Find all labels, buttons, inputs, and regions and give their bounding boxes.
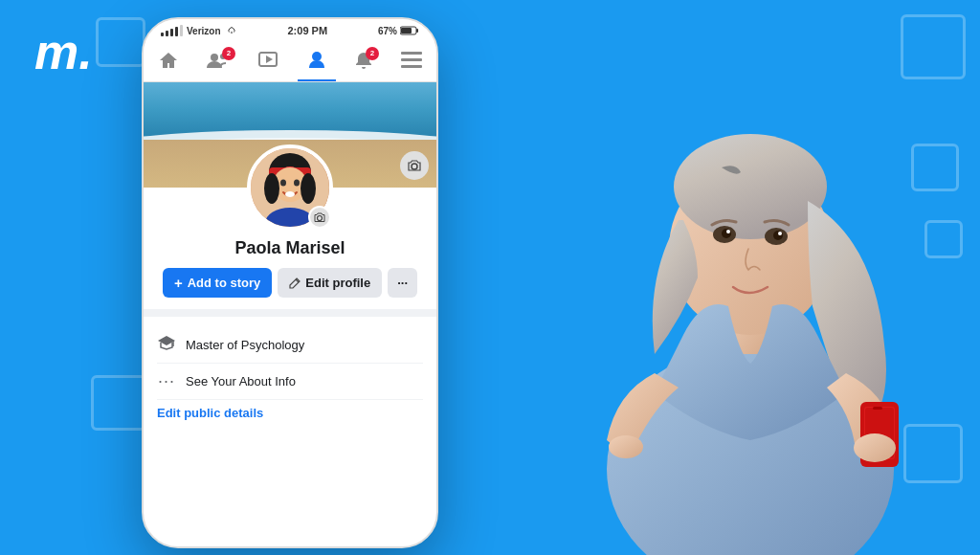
svg-point-18 (301, 173, 316, 204)
dots-icon: ··· (157, 371, 176, 391)
home-icon (158, 51, 179, 75)
add-story-button[interactable]: + Add to story (163, 268, 272, 298)
svg-marker-6 (266, 56, 273, 63)
wifi-icon (226, 26, 237, 35)
phone-mockup: Verizon 2:09 PM 67% (142, 17, 438, 548)
about-text: See Your About Info (186, 374, 296, 388)
nav-home[interactable] (148, 47, 189, 80)
edit-profile-label: Edit profile (305, 276, 370, 290)
profile-name: Paola Marisel (234, 238, 345, 258)
info-item-education: Master of Psychology (157, 326, 423, 364)
svg-rect-2 (401, 28, 412, 33)
friends-badge: 2 (222, 47, 235, 60)
status-bar: Verizon 2:09 PM 67% (144, 19, 436, 40)
nav-menu[interactable] (391, 48, 432, 79)
svg-point-3 (211, 54, 218, 61)
info-item-about[interactable]: ··· See Your About Info (157, 364, 423, 400)
nav-watch[interactable] (248, 47, 288, 80)
svg-rect-9 (401, 58, 422, 61)
svg-point-34 (726, 230, 730, 233)
svg-point-20 (294, 180, 300, 187)
battery-text: 67% (378, 26, 397, 36)
plus-icon: + (174, 275, 183, 291)
svg-point-23 (318, 216, 323, 221)
pencil-icon (289, 278, 301, 289)
notif-badge: 2 (366, 47, 379, 60)
svg-point-17 (264, 173, 279, 204)
deco-square-4 (96, 17, 145, 67)
hamburger-icon (401, 52, 422, 74)
logo: m. (34, 27, 93, 77)
add-story-label: Add to story (188, 276, 261, 290)
svg-point-7 (312, 52, 322, 61)
avatar-wrapper (247, 144, 333, 231)
education-text: Master of Psychology (186, 338, 304, 352)
more-icon: ··· (397, 276, 408, 290)
action-buttons: + Add to story Edit profile ··· (151, 268, 429, 298)
signal-icon (161, 25, 183, 36)
svg-point-33 (773, 231, 783, 240)
edit-profile-button[interactable]: Edit profile (278, 268, 382, 298)
camera-icon (408, 159, 421, 172)
woman-illustration (530, 10, 970, 555)
battery-icon (400, 26, 419, 35)
svg-point-21 (285, 191, 295, 197)
svg-rect-8 (401, 52, 422, 55)
facebook-nav: 2 2 (144, 40, 436, 82)
svg-point-32 (722, 229, 731, 238)
logo-text: m. (34, 24, 93, 79)
carrier-text: Verizon (187, 26, 221, 36)
profile-icon (307, 50, 326, 74)
nav-friends[interactable]: 2 (197, 47, 239, 80)
background: m. Verizon (0, 0, 980, 555)
time-display: 2:09 PM (287, 25, 327, 36)
svg-point-35 (778, 232, 782, 235)
edit-public-link[interactable]: Edit public details (157, 400, 423, 420)
svg-point-41 (854, 433, 896, 462)
more-button[interactable]: ··· (388, 268, 417, 298)
watch-icon (257, 51, 278, 75)
svg-rect-1 (416, 29, 418, 33)
svg-point-11 (412, 164, 417, 169)
graduation-icon (157, 334, 176, 355)
woman-photo (530, 10, 970, 555)
nav-notifications[interactable]: 2 (345, 47, 383, 80)
cap-icon (158, 334, 175, 351)
svg-point-19 (280, 180, 286, 187)
cover-camera-button[interactable] (400, 151, 429, 180)
status-right: 67% (378, 26, 419, 36)
camera-small-icon (314, 211, 325, 223)
phone-screen: Verizon 2:09 PM 67% (142, 17, 438, 548)
profile-camera-button[interactable] (308, 206, 331, 229)
nav-profile[interactable] (298, 46, 336, 81)
info-section: Master of Psychology ··· See Your About … (144, 309, 436, 420)
svg-rect-10 (401, 65, 422, 68)
svg-rect-39 (873, 407, 882, 410)
svg-point-40 (609, 435, 643, 458)
status-left: Verizon (161, 25, 237, 36)
svg-point-29 (674, 134, 827, 239)
deco-square-5 (91, 375, 146, 431)
profile-section: Paola Marisel + Add to story Edit profil… (144, 188, 436, 420)
